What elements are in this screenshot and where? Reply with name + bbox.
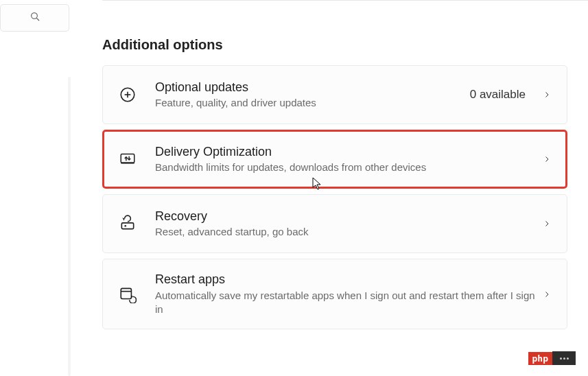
row-subtitle: Reset, advanced startup, go back: [155, 225, 542, 239]
chevron-right-icon: [542, 219, 552, 228]
svg-point-10: [124, 225, 126, 227]
row-title: Recovery: [155, 209, 542, 224]
row-subtitle: Bandwidth limits for updates, downloads …: [155, 161, 542, 174]
divider: [102, 0, 588, 1]
search-button[interactable]: [0, 4, 69, 32]
watermark-dots-icon: [552, 351, 576, 365]
row-subtitle: Feature, quality, and driver updates: [155, 96, 470, 110]
svg-line-1: [36, 18, 39, 21]
available-count: 0 available: [470, 88, 526, 102]
recovery-row[interactable]: Recovery Reset, advanced startup, go bac…: [102, 194, 567, 253]
svg-rect-11: [121, 288, 131, 298]
optional-updates-row[interactable]: Optional updates Feature, quality, and d…: [102, 65, 567, 124]
chevron-right-icon: [542, 290, 552, 299]
restart-apps-icon: [118, 285, 137, 304]
row-title: Delivery Optimization: [155, 144, 542, 160]
row-title: Optional updates: [155, 80, 470, 95]
additional-options-section: Additional options Optional updates Feat…: [102, 37, 567, 335]
delivery-optimization-icon: [118, 150, 137, 169]
plus-circle-icon: [118, 85, 137, 104]
svg-rect-9: [121, 223, 133, 229]
delivery-optimization-row[interactable]: Delivery Optimization Bandwidth limits f…: [102, 130, 567, 189]
restart-apps-row[interactable]: Restart apps Automatically save my resta…: [102, 259, 567, 329]
recovery-icon: [118, 214, 137, 233]
section-title: Additional options: [102, 37, 567, 53]
watermark-label: php: [528, 352, 552, 365]
search-icon: [30, 11, 40, 25]
svg-point-0: [31, 13, 37, 19]
row-subtitle: Automatically save my restartable apps w…: [155, 289, 542, 317]
chevron-right-icon: [542, 90, 552, 99]
watermark-badge: php: [528, 351, 576, 365]
scrollbar[interactable]: [68, 77, 71, 376]
chevron-right-icon: [542, 154, 552, 164]
row-title: Restart apps: [155, 272, 542, 287]
